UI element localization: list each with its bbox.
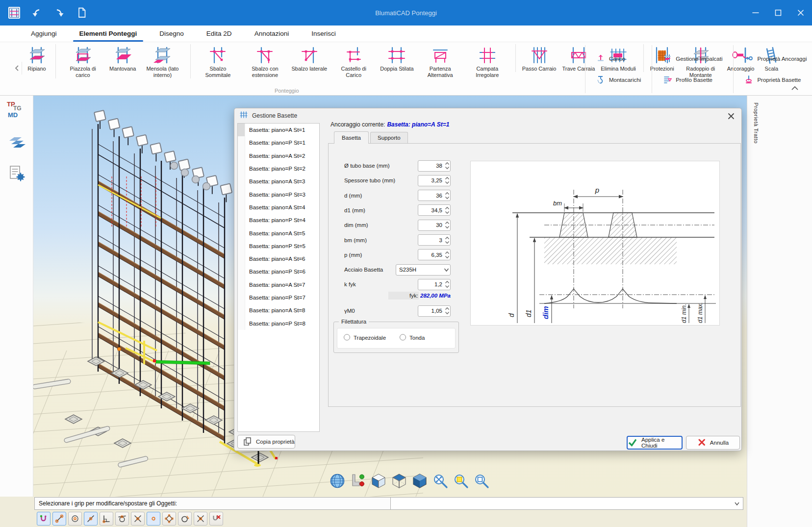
menu-tab[interactable]: Disegno [148, 25, 195, 42]
zoom-window-icon[interactable] [452, 472, 470, 490]
snap-geometric-center-button[interactable] [178, 512, 192, 526]
snap-perpendicular-button[interactable] [100, 512, 113, 526]
list-item[interactable]: Basetta: piano=A St=2 [238, 150, 319, 162]
properties-tratto-tab[interactable]: Proprietà Tratto [753, 102, 759, 144]
spinner-arrows-icon[interactable] [444, 280, 450, 289]
spinner-arrows-icon[interactable] [444, 161, 450, 170]
field-spinner[interactable]: 36 [418, 190, 451, 201]
snap-insert-button[interactable] [209, 512, 223, 526]
field-spinner[interactable]: 38 [418, 160, 451, 172]
spinner-arrows-icon[interactable] [444, 306, 450, 315]
layers-icon[interactable] [8, 134, 26, 152]
spinner-arrows-icon[interactable] [444, 191, 450, 200]
ribbon-button[interactable]: Sbalzo laterale [289, 44, 330, 72]
menu-tab[interactable]: Edita 2D [195, 25, 243, 42]
radio-tonda[interactable]: Tonda [400, 334, 425, 341]
app-logo-icon[interactable] [8, 6, 21, 19]
snap-quadrant-button[interactable] [162, 512, 176, 526]
field-spinner[interactable]: 3 [418, 234, 451, 246]
acciaio-select[interactable]: S235H [396, 264, 451, 276]
list-item[interactable]: Basetta: piano=P St=5 [238, 240, 319, 252]
list-item[interactable]: Basetta: piano=P St=6 [238, 265, 319, 278]
ribbon-small-button[interactable]: Carico [594, 52, 643, 65]
list-item[interactable]: Basetta: piano=P St=7 [238, 291, 319, 304]
spinner-arrows-icon[interactable] [444, 221, 450, 229]
list-item[interactable]: Basetta: piano=A St=8 [238, 304, 319, 317]
ribbon-button[interactable]: Ripiano [23, 44, 51, 72]
menu-tab[interactable]: Elementi Ponteggi [68, 25, 149, 42]
field-spinner[interactable]: 34,5 [418, 204, 451, 216]
menu-tab[interactable]: Annotazioni [243, 25, 301, 42]
ribbon-button[interactable]: Mensola (lato interno) [139, 44, 185, 78]
snap-endpoint-button[interactable] [52, 512, 66, 526]
menu-tab[interactable]: Inserisci [300, 25, 347, 42]
ribbon-button[interactable]: Sbalzo Sommitale [190, 44, 241, 78]
snap-intersection-button[interactable] [131, 512, 145, 526]
ribbon-button[interactable]: Mantovana [107, 44, 138, 72]
zoom-previous-icon[interactable] [473, 472, 491, 490]
view-wireframe-icon[interactable] [390, 472, 408, 490]
orbit-globe-icon[interactable] [329, 472, 347, 490]
kfyk-spinner[interactable]: 1,2 [418, 279, 451, 290]
undo-icon[interactable] [30, 6, 43, 19]
ribbon-small-button[interactable]: Profilo Basette [661, 74, 724, 86]
field-spinner[interactable]: 3,25 [418, 175, 451, 186]
snap-apparent-intersection-button[interactable] [194, 512, 207, 526]
field-spinner[interactable]: 30 [418, 220, 451, 231]
menu-tab[interactable]: Aggiungi [20, 25, 68, 42]
list-item[interactable]: Basetta: piano=A St=6 [238, 252, 319, 265]
ribbon-button[interactable]: Piazzola di carico [55, 44, 106, 78]
dialog-titlebar[interactable]: Gestione Basette [234, 108, 741, 123]
ribbon-button[interactable]: Partenza Alternativa [417, 44, 463, 78]
field-spinner[interactable]: 6,35 [418, 249, 451, 260]
snap-node-button[interactable] [147, 512, 160, 526]
ribbon-collapse-icon[interactable] [789, 84, 800, 92]
list-item[interactable]: Basetta: piano=A St=7 [238, 278, 319, 291]
ribbon-scroll-left-icon[interactable] [13, 62, 22, 75]
spinner-arrows-icon[interactable] [444, 176, 450, 185]
list-item[interactable]: Basetta: piano=P St=2 [238, 162, 319, 175]
apply-close-button[interactable]: Applica e Chiudi [627, 436, 683, 450]
list-item[interactable]: Basetta: piano=P St=4 [238, 214, 319, 226]
close-button[interactable] [789, 0, 812, 25]
dialog-tab[interactable]: Supporto [370, 132, 408, 143]
spinner-arrows-icon[interactable] [444, 251, 450, 259]
list-item[interactable]: Basetta: piano=A St=3 [238, 175, 319, 188]
radio-trapezoidale[interactable]: Trapezoidale [344, 334, 386, 341]
maximize-button[interactable] [767, 0, 789, 25]
snap-center-button[interactable] [68, 512, 82, 526]
list-item[interactable]: Basetta: piano=P St=8 [238, 317, 319, 329]
snap-tangent-button[interactable] [115, 512, 129, 526]
spinner-arrows-icon[interactable] [444, 206, 450, 215]
gamma-spinner[interactable]: 1,05 [418, 305, 451, 317]
list-item[interactable]: Basetta: piano=A St=5 [238, 226, 319, 239]
ribbon-button[interactable]: Sbalzo con estensione [242, 44, 288, 78]
snap-midpoint-button[interactable] [84, 512, 98, 526]
new-document-icon[interactable] [76, 6, 88, 19]
list-item[interactable]: Basetta: piano=P St=1 [238, 136, 319, 149]
ribbon-small-button[interactable]: Montacarichi [594, 74, 643, 86]
spinner-arrows-icon[interactable] [444, 236, 450, 245]
sheet-settings-icon[interactable] [8, 164, 26, 183]
cancel-button[interactable]: Annulla [686, 436, 740, 450]
ucs-icon[interactable] [349, 472, 367, 490]
ribbon-small-button[interactable]: Proprietà Ancoraggi [742, 52, 809, 65]
command-chevron-icon[interactable] [734, 499, 740, 508]
copy-properties-button[interactable]: Copia proprietà [237, 435, 295, 449]
dialog-close-icon[interactable] [726, 111, 736, 121]
ribbon-small-button[interactable]: Gestione Impalcati [661, 52, 724, 65]
zoom-extents-icon[interactable] [431, 472, 450, 490]
command-input[interactable] [390, 497, 743, 510]
view-shaded-icon[interactable] [411, 472, 429, 490]
ribbon-button[interactable]: Passo Carraio [515, 44, 559, 72]
ribbon-button[interactable]: Castello di Carico [330, 44, 377, 78]
minimize-button[interactable] [744, 0, 767, 25]
dialog-tab[interactable]: Basetta [334, 131, 369, 144]
osnap-magnet-button[interactable] [37, 512, 51, 526]
redo-icon[interactable] [53, 6, 66, 19]
view-isometric-icon[interactable] [370, 472, 388, 490]
ribbon-button[interactable]: Doppia Stilata [378, 44, 416, 72]
list-item[interactable]: Basetta: piano=A St=4 [238, 201, 319, 214]
list-item[interactable]: Basetta: piano=P St=3 [238, 188, 319, 201]
ribbon-button[interactable]: Campata Irregolare [464, 44, 510, 78]
